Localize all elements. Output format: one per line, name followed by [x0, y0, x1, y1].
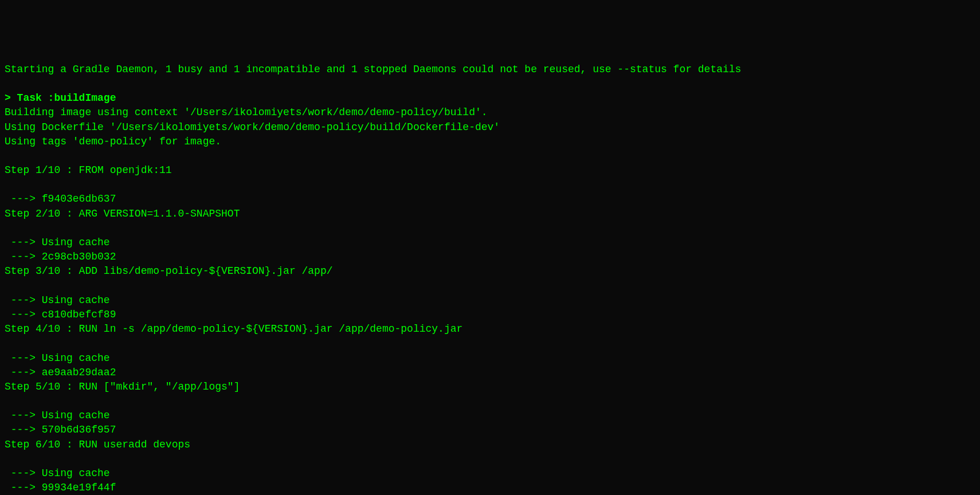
terminal-output[interactable]: Starting a Gradle Daemon, 1 busy and 1 i…	[5, 62, 975, 495]
terminal-line: ---> Using cache	[5, 235, 975, 250]
terminal-line	[5, 221, 975, 235]
terminal-line: ---> c810dbefcf89	[5, 308, 975, 322]
terminal-line: Building image using context '/Users/iko…	[5, 105, 975, 120]
terminal-line: Step 1/10 : FROM openjdk:11	[5, 163, 975, 178]
terminal-line: ---> 570b6d36f957	[5, 423, 975, 437]
terminal-line: Step 6/10 : RUN useradd devops	[5, 438, 975, 452]
terminal-line: ---> Using cache	[5, 293, 975, 308]
terminal-line	[5, 279, 975, 293]
terminal-line: ---> Using cache	[5, 466, 975, 481]
terminal-line: > Task :buildImage	[5, 91, 975, 105]
terminal-line	[5, 452, 975, 466]
terminal-line: ---> 2c98cb30b032	[5, 250, 975, 264]
terminal-line: ---> 99934e19f44f	[5, 481, 975, 495]
terminal-line: Step 5/10 : RUN ["mkdir", "/app/logs"]	[5, 380, 975, 394]
terminal-line: ---> ae9aab29daa2	[5, 366, 975, 380]
terminal-line: Using tags 'demo-policy' for image.	[5, 135, 975, 149]
terminal-line	[5, 394, 975, 408]
terminal-line: ---> Using cache	[5, 351, 975, 366]
terminal-line	[5, 178, 975, 192]
terminal-line: ---> f9403e6db637	[5, 192, 975, 206]
terminal-line: Step 3/10 : ADD libs/demo-policy-${VERSI…	[5, 264, 975, 278]
terminal-line	[5, 77, 975, 91]
terminal-line: Using Dockerfile '/Users/ikolomiyets/wor…	[5, 120, 975, 135]
terminal-line: Step 2/10 : ARG VERSION=1.1.0-SNAPSHOT	[5, 207, 975, 221]
terminal-line	[5, 336, 975, 351]
terminal-line: Step 4/10 : RUN ln -s /app/demo-policy-$…	[5, 322, 975, 336]
terminal-line: Starting a Gradle Daemon, 1 busy and 1 i…	[5, 62, 975, 77]
terminal-line: ---> Using cache	[5, 408, 975, 423]
terminal-line	[5, 149, 975, 163]
